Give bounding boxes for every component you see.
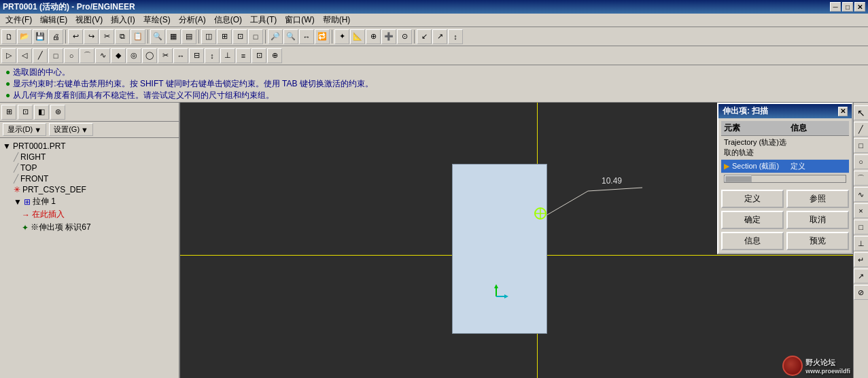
tb2-circle[interactable]: ○ (64, 48, 79, 63)
tb-redo[interactable]: ↪ (84, 29, 99, 44)
tb-sketch4[interactable]: ➕ (381, 29, 396, 44)
rt-circle[interactable]: ○ (854, 154, 869, 169)
tb2-arc[interactable]: ⌒ (80, 48, 94, 63)
rt-diag[interactable]: ↗ (854, 269, 869, 284)
dialog-row-trajectory[interactable]: Trajectory (轨迹)选取的轨迹 (721, 136, 849, 160)
tb2-trim[interactable]: ✂ (158, 48, 173, 63)
tb2-point[interactable]: ◆ (111, 48, 126, 63)
tb-pan[interactable]: ↔ (299, 29, 314, 44)
tb-rotate[interactable]: 🔁 (315, 29, 330, 44)
tree-item-prt0001[interactable]: ▼ PRT0001.PRT (3, 141, 176, 152)
tb2-dim[interactable]: ↕ (205, 48, 220, 63)
tb-view4[interactable]: □ (248, 29, 263, 44)
tb2-offset[interactable]: ⊡ (251, 48, 266, 63)
tb-open[interactable]: 📂 (17, 29, 32, 44)
tb2-constrain[interactable]: ⊥ (220, 48, 235, 63)
tb2-line[interactable]: ╱ (33, 48, 48, 63)
tb-save[interactable]: 💾 (33, 29, 48, 44)
tb2-center[interactable]: ◎ (126, 48, 141, 63)
tb-new[interactable]: 🗋 (1, 29, 16, 44)
menu-view[interactable]: 视图(V) (71, 14, 107, 27)
lt-btn2[interactable]: ⊡ (18, 105, 33, 120)
tree-item-extrude-feat[interactable]: ✦ ※伸出项 标识67 (3, 221, 176, 234)
tb-sketch3[interactable]: ⊕ (366, 29, 381, 44)
define-btn[interactable]: 定义 (721, 190, 784, 208)
rt-perp[interactable]: ⊥ (854, 236, 869, 251)
menu-file[interactable]: 文件(F) (1, 14, 36, 27)
rt-enter[interactable]: ↵ (854, 252, 869, 267)
tb-cut[interactable]: ✂ (99, 29, 114, 44)
info-btn[interactable]: 信息 (721, 232, 784, 250)
tree-item-right[interactable]: ╱ RIGHT (3, 152, 176, 162)
settings-btn[interactable]: 设置(G) ▼ (49, 123, 93, 136)
tb-copy[interactable]: ⧉ (115, 29, 130, 44)
tb2-param[interactable]: ≡ (236, 48, 251, 63)
tree-item-insert-here[interactable]: → 在此插入 (3, 208, 176, 221)
menu-tools[interactable]: 工具(T) (246, 14, 281, 27)
rt-spline[interactable]: ∿ (854, 187, 869, 202)
rt-x[interactable]: × (854, 203, 869, 218)
tree-item-csys[interactable]: ✳ PRT_CSYS_DEF (3, 184, 176, 195)
lt-btn4[interactable]: ⊛ (50, 105, 65, 120)
tree-item-front[interactable]: ╱ FRONT (3, 173, 176, 184)
tb2-ellipse[interactable]: ◯ (142, 48, 157, 63)
display-btn[interactable]: 显示(D) ▼ (3, 123, 46, 136)
tb2-mirror[interactable]: ⊟ (189, 48, 204, 63)
tb-extra1[interactable]: ↙ (417, 29, 432, 44)
tb-print[interactable]: 🖨 (48, 29, 63, 44)
rt-box[interactable]: □ (854, 220, 869, 235)
tb-grid[interactable]: ▦ (166, 29, 181, 44)
tb-zoom-out[interactable]: 🔍 (283, 29, 298, 44)
tb2-rect[interactable]: □ (48, 48, 63, 63)
left-controls: 显示(D) ▼ 设置(G) ▼ (0, 122, 179, 138)
menu-insert[interactable]: 插入(I) (107, 14, 139, 27)
tb2-1[interactable]: ▷ (1, 48, 16, 63)
lt-btn3[interactable]: ◧ (34, 105, 49, 120)
tb-sketch1[interactable]: ✦ (334, 29, 349, 44)
tb-filter[interactable]: ▤ (181, 29, 196, 44)
rt-slash[interactable]: ⊘ (854, 285, 869, 300)
ref-btn[interactable]: 参照 (786, 190, 849, 208)
rt-rect[interactable]: □ (854, 138, 869, 153)
lt-btn1[interactable]: ⊞ (1, 105, 16, 120)
rt-arc[interactable]: ⌒ (854, 171, 869, 186)
menu-window[interactable]: 窗口(W) (281, 14, 318, 27)
tb2-palette[interactable]: ⊕ (267, 48, 282, 63)
tb-view3[interactable]: ⊡ (232, 29, 247, 44)
tb-paste[interactable]: 📋 (131, 29, 145, 44)
dialog-close-btn[interactable]: ✕ (838, 107, 848, 116)
dim-value: 10.49 (602, 176, 622, 186)
ok-btn[interactable]: 确定 (721, 211, 784, 229)
tb-sketch2[interactable]: 📐 (350, 29, 365, 44)
rt-line[interactable]: ╱ (854, 122, 869, 137)
tb-view1[interactable]: ◫ (201, 29, 216, 44)
maximize-btn[interactable]: □ (842, 2, 853, 12)
dialog-title-text: 伸出项: 扫描 (723, 105, 768, 117)
scrollbar-thumb[interactable] (725, 175, 752, 182)
menu-info[interactable]: 信息(O) (210, 14, 246, 27)
rt-select[interactable]: ↖ (854, 105, 869, 120)
tb2-spline[interactable]: ∿ (95, 48, 110, 63)
tree-item-top[interactable]: ╱ TOP (3, 162, 176, 173)
tb-view2[interactable]: ⊞ (217, 29, 232, 44)
tb2-extend[interactable]: ↔ (173, 48, 188, 63)
minimize-btn[interactable]: ─ (830, 2, 841, 12)
preview-btn[interactable]: 预览 (786, 232, 849, 250)
tb-sketch5[interactable]: ⊙ (397, 29, 412, 44)
menu-help[interactable]: 帮助(H) (319, 14, 355, 27)
cancel-btn[interactable]: 取消 (786, 211, 849, 229)
close-btn[interactable]: ✕ (854, 2, 865, 12)
tb-undo[interactable]: ↩ (68, 29, 83, 44)
menu-sketch[interactable]: 草绘(S) (139, 14, 175, 27)
menu-edit[interactable]: 编辑(E) (36, 14, 71, 27)
tb2-2[interactable]: ◁ (17, 48, 32, 63)
tree-item-extrude[interactable]: ▼ ⊞ 拉伸 1 (3, 195, 176, 208)
tb-extra3[interactable]: ↕ (448, 29, 463, 44)
dialog-scrollbar[interactable] (724, 175, 846, 183)
menu-analysis[interactable]: 分析(A) (175, 14, 210, 27)
dialog-row-section[interactable]: ▶Section (截面) 定义 (721, 160, 849, 173)
display-label: 显示(D) (7, 124, 33, 135)
tb-search[interactable]: 🔍 (150, 29, 165, 44)
tb-zoom-in[interactable]: 🔎 (268, 29, 283, 44)
tb-extra2[interactable]: ↗ (432, 29, 447, 44)
